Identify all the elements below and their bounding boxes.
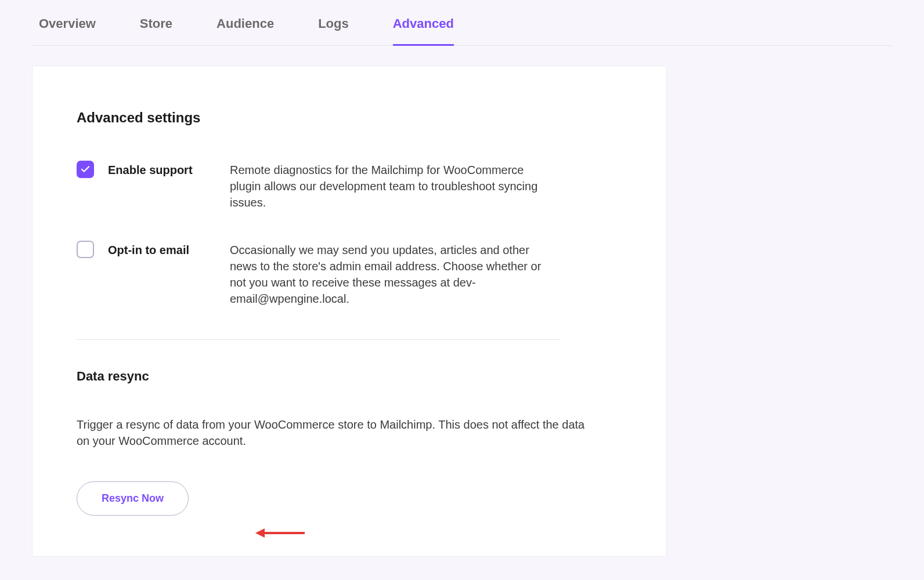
opt-in-email-description: Occasionally we may send you updates, ar… — [230, 242, 555, 307]
enable-support-description: Remote diagnostics for the Mailchimp for… — [230, 162, 555, 211]
resync-now-button[interactable]: Resync Now — [77, 481, 189, 516]
advanced-card: Advanced settings Enable support Remote … — [32, 66, 667, 557]
enable-support-label: Enable support — [108, 164, 230, 177]
data-resync-description: Trigger a resync of data from your WooCo… — [77, 416, 595, 449]
setting-enable-support: Enable support Remote diagnostics for th… — [77, 162, 622, 211]
check-icon — [80, 164, 91, 175]
tab-overview[interactable]: Overview — [39, 16, 96, 45]
data-resync-title: Data resync — [77, 369, 622, 384]
arrow-left-icon — [255, 526, 305, 540]
opt-in-email-checkbox[interactable] — [77, 241, 94, 258]
section-divider — [77, 339, 561, 340]
tabs: Overview Store Audience Logs Advanced — [32, 0, 892, 46]
svg-marker-1 — [255, 528, 265, 538]
tab-store[interactable]: Store — [140, 16, 172, 45]
advanced-settings-title: Advanced settings — [77, 110, 622, 126]
setting-opt-in-email: Opt-in to email Occasionally we may send… — [77, 242, 622, 307]
opt-in-email-label: Opt-in to email — [108, 244, 230, 257]
annotation-arrow — [255, 526, 305, 540]
tab-logs[interactable]: Logs — [318, 16, 349, 45]
enable-support-checkbox[interactable] — [77, 161, 94, 178]
tab-audience[interactable]: Audience — [216, 16, 274, 45]
tab-advanced[interactable]: Advanced — [393, 16, 454, 45]
